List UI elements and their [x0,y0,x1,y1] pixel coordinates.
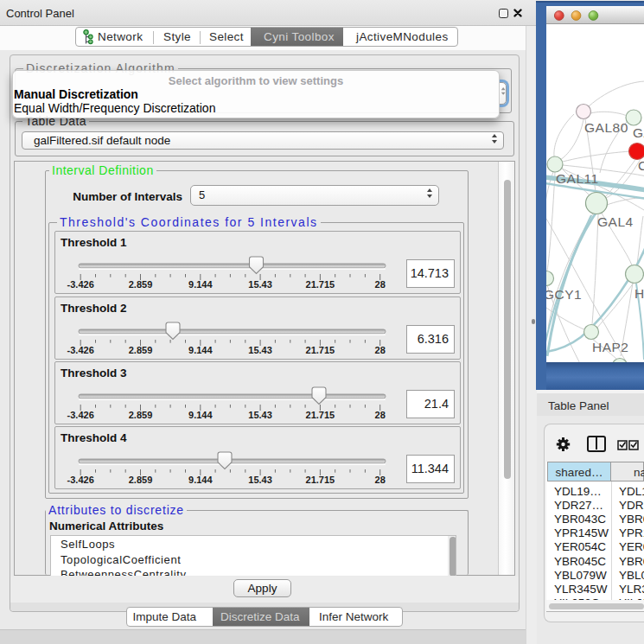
svg-text:GAL11: GAL11 [556,171,599,186]
svg-text:15.43: 15.43 [248,279,272,290]
svg-text:2.859: 2.859 [129,475,153,485]
svg-text:GAL4: GAL4 [597,214,634,229]
svg-text:15.43: 15.43 [248,345,272,355]
svg-text:GCY1: GCY1 [546,287,582,302]
svg-text:21.715: 21.715 [306,279,335,290]
svg-text:-3.426: -3.426 [67,475,94,485]
svg-text:-3.426: -3.426 [67,279,94,290]
svg-text:9.144: 9.144 [188,279,213,290]
svg-text:2.859: 2.859 [129,410,153,420]
svg-text:21.715: 21.715 [306,345,335,355]
svg-text:HAP2: HAP2 [592,340,629,354]
svg-text:28: 28 [375,410,386,420]
svg-text:-3.426: -3.426 [67,345,94,355]
svg-text:GAL80: GAL80 [584,120,628,135]
svg-text:28: 28 [375,345,386,355]
svg-text:28: 28 [375,279,386,290]
svg-text:15.43: 15.43 [248,475,272,485]
svg-text:2.859: 2.859 [129,279,153,290]
svg-text:GA: GA [633,125,644,140]
svg-text:28: 28 [375,475,386,485]
svg-text:9.144: 9.144 [188,345,213,355]
svg-text:C: C [638,158,644,173]
svg-text:15.43: 15.43 [248,410,272,420]
svg-text:21.715: 21.715 [306,475,335,485]
svg-text:2.859: 2.859 [129,345,153,355]
svg-text:9.144: 9.144 [188,475,213,485]
svg-text:-3.426: -3.426 [67,410,94,420]
svg-text:9.144: 9.144 [188,410,213,420]
svg-text:21.715: 21.715 [306,410,335,420]
svg-text:H: H [634,286,644,301]
